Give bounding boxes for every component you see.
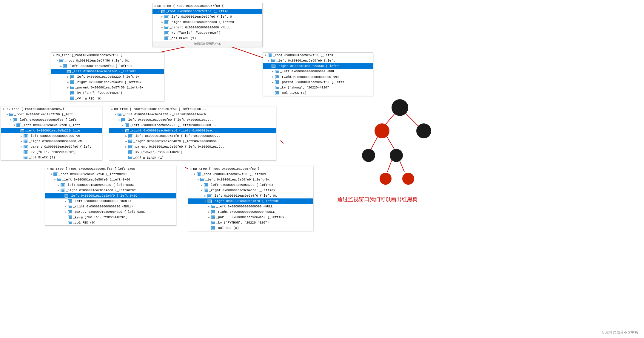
row-left2: ▲ _left 0x000001eac9e59fe0 {_left (1, 123, 102, 128)
row-subparent: ▶ _parent 0x000001eac9e57f50 {_left= (263, 79, 373, 85)
row-subcol: _col BLACK (1) (1, 155, 102, 160)
row-subright2: ▶ _right 0x000001eac9e64b70 {_left=0x000… (109, 139, 276, 144)
row-root: ▲ _root 0x000001eac9e57f50 {_left= (263, 53, 373, 58)
panel-center-top: ▲ RB_tree {_root=0x000001eac9e57f50 { ▲ … (152, 3, 263, 47)
row-subparent: ▶ _parent 0x000001eac9e59fe0 {_left=0x00… (109, 144, 276, 149)
row-left1: ▲ _left 0x000001eac9e59fe0 {_left=0x0000… (109, 117, 276, 123)
row-left1: ▲ _left 0x000001eac9e59fe0 {_left=0x (188, 177, 313, 182)
row-left: ▶ _left 0x000001eac9e59fe0 {_left=0 (152, 14, 262, 19)
row-root: ▲ _root 0x000001eac9e57f50 {_left=0x (188, 172, 313, 177)
row-subpar: ▶ _par... 0x000001eac9e64ac0 {_left=0x (188, 215, 313, 220)
rbtree-diagram (352, 96, 448, 191)
row-subright: ▶ _right 0x0000000000000000 <N (1, 139, 102, 144)
row-left1: ▲ _left 0x000001eac9e59fe0 {_left=0x (51, 63, 164, 69)
row-rbtree: ▲ RB_tree {_root=0x000001eac9e57f (1, 106, 102, 112)
row-root: ▲ _root 0x000001eac9e57f50 {_left=0x0000… (109, 112, 276, 117)
row-right1: ▶ _right 0x000001eac9e64ac0 {_left=0x0C (45, 188, 176, 193)
row-rbtree: ▲ RB_tree {_root=0x000001eac9e57f50 {_le… (45, 166, 176, 172)
node-left (375, 123, 389, 138)
row-rbtree: ▲ RB_tree {_root=0x000001eac9e57f50 { (51, 53, 164, 58)
svg-line-6 (281, 140, 284, 143)
row-left2: ▶ _left 0x000001eac9e5a220 {_left=0x0C (45, 182, 176, 188)
panel-center-mid: ▲ RB_tree {_root=0x000001eac9e57f50 {_le… (109, 106, 276, 160)
row-left3-highlighted: ▲ _left 0x000001eac9e5a4f0 {_left=0x0C (45, 193, 176, 198)
panel-right-mid: ▲ _root 0x000001eac9e57f50 {_left= ▶ _le… (263, 52, 373, 96)
row-subleft: ▶ _left 0x0000000000000000 <N (1, 133, 102, 139)
row-rbtree: ▲ RB_tree {_root=0x000001eac9e57f50 {_le… (109, 106, 276, 112)
row-root-highlighted: ▲ _root 0x000001eac9e57f50 {_left=0 (152, 9, 262, 14)
row-subparent: ▶ _parent 0x000001eac9e57f50 {_left=0x (51, 85, 164, 90)
watermark: CSDN @成分不含牛奶 (602, 330, 638, 335)
panel-bottom-right: ▲ RB_tree {_root=0x000001eac9e57f50 { ▲ … (188, 166, 313, 231)
row-rbtree-header: ▲ RB_tree {_root=0x000001eac9e57f50 { (152, 3, 262, 9)
row-kv: _kv ("world", "2022044026") (152, 30, 262, 36)
row-subcol: _col RED (0) (188, 225, 313, 231)
row-subkv: _kv ("C++", "2022044026") (1, 149, 102, 155)
row-subkv: _kv ("CPP", "2022044026") (51, 90, 164, 96)
row-subright: ▶ _right ⊟ 0x0000000000000000 <NUL (263, 74, 373, 79)
row-left2: ▶ _left 0x000001eac9e5a220 {_left=0x (188, 182, 313, 188)
row-subkv: _kv-⊟ ("Hello", "2022044026") (45, 215, 176, 220)
row-parent: ▶ _parent 0x0000000000000000 <NULL (152, 25, 262, 30)
row-right2-highlighted: ▲ _right 0x000001eac9e64b70 {_left=0x (188, 198, 313, 204)
node-lr (390, 149, 403, 162)
node-root (392, 99, 408, 116)
row-subkv: _kv ("PYTHON", "2022044026") (188, 220, 313, 225)
row-subkv: _kv ("JAVA", "2022044026") (109, 149, 276, 155)
node-lrr (402, 173, 414, 185)
panel-far-left: ▲ RB_tree {_root=0x000001eac9e57f ▲ _roo… (1, 106, 102, 160)
row-root: ▲ _root 0x000001eac9e57f50 {_left=0x (51, 58, 164, 63)
panel-hint: 激活后此视图已分布 (152, 41, 262, 47)
node-ll (362, 149, 375, 162)
row-subleft: ▶ _left 0x0000000000000000 <NULL> (45, 198, 176, 204)
row-subright: ▶ _right 0x0000000000000000 <NULL (188, 209, 313, 215)
row-subparent: ▶ _parent 0x000001eac9e59fe0 {_left (1, 144, 102, 149)
row-left2-highlighted: _left 0x000001eac9e59fe0 {_left=0x (51, 69, 164, 74)
row-left3-highlighted: _left 0x000001eac9e5a220 {_le (1, 128, 102, 133)
node-right (416, 123, 431, 138)
row-right-highlighted: ▲ _right 0x000001eac9e64ac0 {_left=0x000… (109, 128, 276, 133)
row-rbtree: ▲ RB_tree {_root=0x000001eac9e57f50 { (188, 166, 313, 172)
panel-left-mid: ▲ RB_tree {_root=0x000001eac9e57f50 { ▲ … (51, 52, 164, 101)
row-subcol: _col ⊟ RED (0) (51, 96, 164, 101)
row-left: ▶ _left 0x000001eac9e59fe0 {_left= (263, 58, 373, 63)
row-subleft: ▶ _left 0x0000000000000000 <NULL (188, 204, 313, 209)
row-root: ▲ _root 0x000001eac9e57f50 {_left (1, 112, 102, 117)
row-subcol: _col BLACK (1) (263, 90, 373, 96)
row-subleft: ▶ _left 0x000001eac9e5a220 {_left=0x0000… (109, 123, 276, 128)
row-left1: ▲ _left 0x000001eac9e59fe0 {_left=0x00 (45, 177, 176, 182)
panel-bottom-left: ▲ RB_tree {_root=0x000001eac9e57f50 {_le… (45, 166, 176, 226)
row-subleft: ▶ _left 0x000001eac9e5a220 {_left=0x (51, 74, 164, 79)
row-subcol: _col RED (0) (45, 220, 176, 225)
row-subright: ▶ _right 0x0000000000000000 <NULL> (45, 204, 176, 209)
row-subpar: ▶ _par... 0x000001eac9e64ac0 {_left=0x0C (45, 209, 176, 215)
row-right-highlighted: _right 0x000001eac9e5c330 {_left= (263, 63, 373, 69)
row-left1: ▲ _left 0x000001eac9e59fe0 {_left (1, 117, 102, 123)
row-subkv: _kv ("zhong", "2022044026") (263, 85, 373, 90)
row-right: ▶ _right 0x000001eac9e5c330 {_left=0 (152, 19, 262, 25)
row-col: _col BLACK (1) (152, 36, 262, 41)
row-right1: ▲ _right 0x000001eac9e64ac0 {_left=0x (188, 188, 313, 193)
row-left3: ▶ _left 0x000001eac9e5a4f0 {_left=0x (188, 193, 313, 198)
row-subleft: ▶ _left 0x0000000000000000 <NUL (263, 69, 373, 74)
row-subleft2: ▶ _left 0x000001eac9e5a4f0 {_left=0x0000… (109, 133, 276, 139)
chinese-label: 通过监视窗口我们可以画出红黑树 (337, 196, 418, 203)
row-subright: ▶ _right 0x000001eac9e5a4f0 {_left=0x (51, 79, 164, 85)
row-root: ▲ _root 0x000001eac9e57f50 {_left=0x0C (45, 172, 176, 177)
row-subcol: _col ⊟ BLACK (1) (109, 155, 276, 160)
node-lrl (380, 173, 392, 185)
